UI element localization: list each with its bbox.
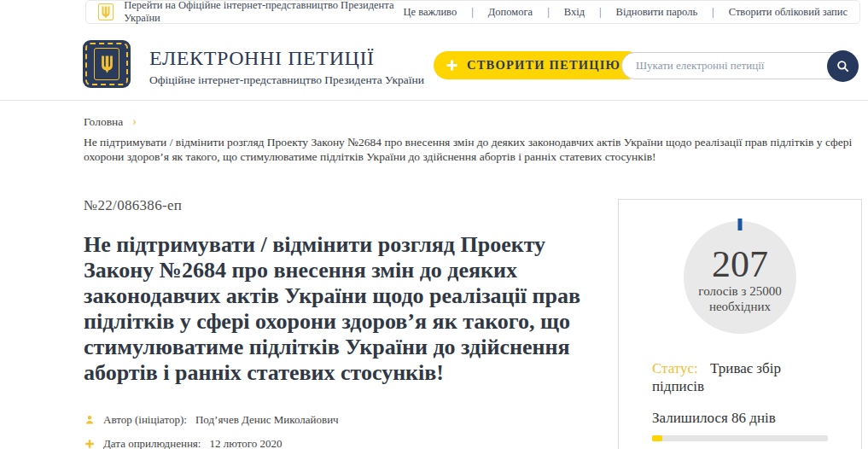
plus-icon: [84, 439, 95, 449]
petition-meta: Автор (ініціатор): Под’ячев Денис Микола…: [84, 413, 339, 449]
page-subtitle: Офіційне інтернет-представництво Президе…: [149, 73, 424, 87]
petition-title: Не підтримувати / відмінити розгляд Прое…: [84, 232, 608, 386]
breadcrumb-home-link[interactable]: Головна: [84, 115, 123, 128]
breadcrumb: Головна › Не підтримувати / відмінити ро…: [84, 114, 853, 164]
progress-bar: [652, 435, 828, 441]
president-site-link[interactable]: Перейти на Офіційне інтернет-представниц…: [124, 0, 403, 25]
votes-caption-line1: голосів з 25000: [698, 283, 781, 299]
header-divider: [0, 100, 868, 101]
status-row: Статус: Триває збір підписів: [652, 359, 828, 395]
chevron-right-icon: ›: [132, 115, 137, 128]
link-important[interactable]: Це важливо: [404, 6, 457, 19]
search-box: [621, 52, 859, 79]
votes-caption-line2: необхідних: [709, 299, 771, 314]
publish-date-label: Дата оприлюднення:: [103, 437, 201, 449]
trident-icon: [98, 3, 114, 20]
create-petition-button[interactable]: СТВОРИТИ ПЕТИЦІЮ: [434, 51, 641, 79]
separator: |: [599, 5, 602, 19]
search-button[interactable]: [827, 50, 859, 82]
topbar-links: Це важливо | Допомога | Вхід | Відновити…: [404, 5, 848, 19]
progress-tick: [738, 219, 743, 230]
petition-number: №22/086386-еп: [84, 197, 182, 214]
publish-date-row: Дата оприлюднення: 12 лютого 2020: [84, 437, 339, 449]
create-petition-label: СТВОРИТИ ПЕТИЦІЮ: [467, 58, 620, 73]
person-icon: [84, 415, 95, 426]
link-restore-password[interactable]: Відновити пароль: [616, 6, 698, 19]
author-row: Автор (ініціатор): Под’ячев Денис Микола…: [84, 413, 339, 427]
link-help[interactable]: Допомога: [488, 6, 533, 19]
separator: |: [547, 5, 550, 19]
separator: |: [471, 5, 474, 19]
status-label: Статус:: [652, 360, 698, 376]
votes-card: 207 голосів з 25000 необхідних Статус: Т…: [618, 199, 862, 449]
trident-icon: [94, 48, 119, 80]
link-create-account[interactable]: Створити обліковий запис: [729, 6, 848, 19]
progress-bar-fill: [652, 435, 662, 441]
publish-date-value: 12 лютого 2020: [209, 437, 282, 449]
author-name: Под’ячев Денис Миколайович: [195, 413, 339, 427]
search-icon: [836, 59, 850, 73]
search-input[interactable]: [622, 53, 858, 79]
separator: |: [712, 5, 714, 19]
breadcrumb-current-page: Не підтримувати / відмінити розгляд Прое…: [84, 135, 853, 164]
site-logo[interactable]: [83, 40, 131, 88]
days-left: Залишилося 86 днів: [652, 409, 828, 427]
votes-circle: 207 голосів з 25000 необхідних: [684, 221, 796, 334]
votes-count: 207: [712, 246, 768, 283]
page-title: ЕЛЕКТРОННІ ПЕТИЦІЇ: [149, 47, 375, 70]
author-label: Автор (ініціатор):: [103, 413, 187, 427]
plus-icon: [446, 59, 458, 72]
top-utility-bar: Перейти на Офіційне інтернет-представниц…: [85, 0, 860, 24]
link-login[interactable]: Вхід: [564, 6, 585, 19]
